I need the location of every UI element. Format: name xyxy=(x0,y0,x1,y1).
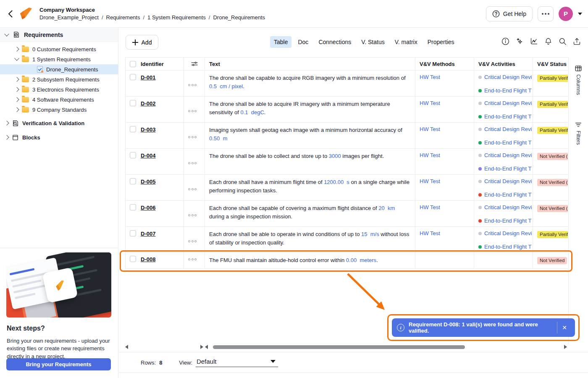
more-options-button[interactable] xyxy=(538,6,554,21)
vv-method-link[interactable]: HW Test xyxy=(420,126,470,132)
breadcrumb-project[interactable]: Drone_Example_Project xyxy=(39,14,99,21)
sidebar-item-customer-requirements[interactable]: 0 Customer Requirements xyxy=(0,44,118,54)
table-horizontal-scrollbar[interactable] xyxy=(205,344,567,349)
column-header-vv-activities[interactable]: V&V Activities xyxy=(474,58,533,70)
vv-activity[interactable]: Critical Design Revi xyxy=(478,152,528,158)
add-button[interactable]: Add xyxy=(126,35,158,50)
vv-method-link[interactable]: HW Test xyxy=(420,100,470,106)
chevron-right-icon[interactable] xyxy=(14,97,19,102)
column-header-vv-status[interactable]: V&V Status xyxy=(533,58,568,70)
requirement-id-link[interactable]: D-008 xyxy=(141,256,155,262)
row-checkbox[interactable] xyxy=(130,204,136,210)
row-menu-icon[interactable] xyxy=(188,136,200,138)
chevron-right-icon[interactable] xyxy=(4,121,9,125)
table-row[interactable]: D-001The drone shall be capable to acqui… xyxy=(126,71,568,97)
tab-connections[interactable]: Connections xyxy=(315,36,355,48)
search-icon[interactable] xyxy=(558,37,567,46)
requirement-text[interactable]: Each drone shall have a minimum flight t… xyxy=(205,175,415,200)
sidebar-item-software-requirements[interactable]: 4 Software Requirements xyxy=(0,94,118,105)
requirement-id-link[interactable]: D-004 xyxy=(141,152,155,159)
column-header-vv-methods[interactable]: V&V Methods xyxy=(415,58,474,70)
vv-activity[interactable]: Critical Design Revi xyxy=(478,204,528,210)
vv-activity[interactable]: Critical Design Revi xyxy=(478,230,528,236)
row-menu-icon[interactable] xyxy=(188,214,200,216)
breadcrumb-system-requirements[interactable]: 1 System Requirements xyxy=(147,14,206,21)
sidebar-item-electronics-requirements[interactable]: 3 Electronics Requirements xyxy=(0,84,118,94)
vv-activity-link[interactable]: Critical Design Revi xyxy=(484,100,532,106)
vv-activity-link[interactable]: End-to-End Flight T xyxy=(484,244,531,250)
notifications-icon[interactable] xyxy=(544,37,553,46)
vv-method-link[interactable]: HW Test xyxy=(420,152,470,158)
vv-activity-link[interactable]: End-to-End Flight T xyxy=(484,139,531,146)
requirement-text[interactable]: Imaging system shall geotag each image w… xyxy=(205,123,415,148)
vv-activity[interactable]: End-to-End Flight T xyxy=(478,87,528,94)
table-row[interactable]: D-002The drone shall be able to acquire … xyxy=(126,97,568,123)
sidebar-item-verification-validation[interactable]: Verification & Validation xyxy=(0,117,118,129)
scrollbar-thumb[interactable] xyxy=(213,345,465,349)
vv-activity-link[interactable]: Critical Design Revi xyxy=(484,230,532,236)
vv-activity[interactable]: Critical Design Revi xyxy=(478,178,528,184)
requirement-id-link[interactable]: D-005 xyxy=(141,178,155,185)
row-menu-icon[interactable] xyxy=(188,240,200,242)
columns-panel-button[interactable]: Columns xyxy=(569,65,588,95)
vv-activity[interactable]: Critical Design Revi xyxy=(478,100,528,106)
vv-activity-link[interactable]: Critical Design Revi xyxy=(484,74,532,80)
vv-activity-link[interactable]: Critical Design Revi xyxy=(484,152,532,158)
vv-activity-link[interactable]: End-to-End Flight T xyxy=(484,87,531,94)
vv-activity[interactable]: End-to-End Flight T xyxy=(478,139,528,146)
tab-v-matrix[interactable]: V. matrix xyxy=(391,36,421,48)
vv-activity-link[interactable]: End-to-End Flight T xyxy=(484,113,531,120)
requirement-id-link[interactable]: D-001 xyxy=(141,74,155,81)
breadcrumb-requirements[interactable]: Requirements xyxy=(106,14,140,21)
vv-activity-link[interactable]: End-to-End Flight T xyxy=(484,192,531,198)
row-checkbox[interactable] xyxy=(130,256,136,262)
pinned-columns-scrollbar[interactable] xyxy=(125,344,203,349)
row-menu-icon[interactable] xyxy=(188,110,200,112)
get-help-button[interactable]: Get Help xyxy=(486,6,533,21)
analytics-icon[interactable] xyxy=(530,37,538,46)
scroll-right-icon[interactable] xyxy=(200,345,203,349)
tab-v-status[interactable]: V. Status xyxy=(357,36,388,48)
tab-doc[interactable]: Doc xyxy=(294,36,312,48)
vv-activity[interactable]: End-to-End Flight T xyxy=(478,244,528,250)
column-settings-icon[interactable] xyxy=(191,61,198,67)
requirement-text[interactable]: The drone shall be capable to acquire RG… xyxy=(205,71,415,96)
chevron-right-icon[interactable] xyxy=(14,77,19,81)
vv-activity-link[interactable]: Critical Design Revi xyxy=(484,178,532,184)
chevron-right-icon[interactable] xyxy=(14,47,19,51)
vv-method-link[interactable]: HW Test xyxy=(420,178,470,184)
requirement-id-link[interactable]: D-007 xyxy=(141,231,155,237)
bring-requirements-button[interactable]: Bring your Requirements xyxy=(6,358,111,370)
row-checkbox[interactable] xyxy=(130,152,136,158)
row-checkbox[interactable] xyxy=(130,126,136,132)
requirement-id-link[interactable]: D-002 xyxy=(141,100,155,107)
filters-panel-button[interactable]: Filters xyxy=(569,121,588,145)
column-header-text[interactable]: Text xyxy=(205,58,415,70)
toast-close-icon[interactable]: ✕ xyxy=(559,322,570,333)
sidebar-item-system-requirements[interactable]: 1 System Requirements xyxy=(0,54,118,64)
chevron-down-icon[interactable] xyxy=(4,32,9,36)
row-checkbox[interactable] xyxy=(130,100,136,106)
requirement-text[interactable]: The drone shall be able to collect and s… xyxy=(205,149,415,174)
view-select[interactable]: Default xyxy=(196,358,278,367)
table-row[interactable]: D-005Each drone shall have a minimum fli… xyxy=(126,175,568,201)
vv-activity-link[interactable]: Critical Design Revi xyxy=(484,126,532,132)
back-button[interactable] xyxy=(4,8,16,20)
table-row[interactable]: D-008The FMU shall maintain altitude-hol… xyxy=(126,253,568,269)
requirement-text[interactable]: The drone shall be able to acquire IR im… xyxy=(205,97,415,122)
row-checkbox[interactable] xyxy=(130,230,136,236)
table-row[interactable]: D-007Each drone shall be able to operate… xyxy=(126,227,568,253)
export-icon[interactable] xyxy=(572,37,581,46)
row-checkbox[interactable] xyxy=(130,74,136,80)
requirement-id-link[interactable]: D-003 xyxy=(141,126,155,133)
table-row[interactable]: D-006Each drone shall be capable of cove… xyxy=(126,201,568,227)
avatar[interactable]: P xyxy=(559,7,573,21)
vv-activity[interactable]: End-to-End Flight T xyxy=(478,218,528,224)
vv-method-link[interactable]: HW Test xyxy=(420,230,470,236)
column-header-identifier[interactable]: Identifier xyxy=(141,61,164,67)
requirement-text[interactable]: The FMU shall maintain altitude-hold con… xyxy=(205,253,415,268)
vv-activity[interactable]: End-to-End Flight T xyxy=(478,113,528,120)
chevron-right-icon[interactable] xyxy=(14,87,19,92)
scroll-right-icon[interactable] xyxy=(564,345,567,349)
sidebar-item-subsystem-requirements[interactable]: 2 Subsystem Requirements xyxy=(0,74,118,84)
